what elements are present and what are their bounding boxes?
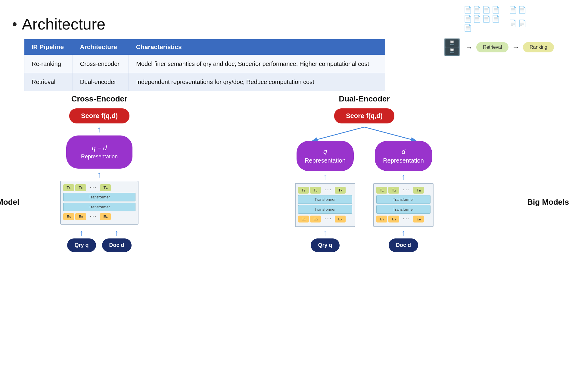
architecture-table: IR Pipeline Architecture Characteristics…	[24, 39, 385, 91]
transformer-bar-q1: Transformer	[298, 195, 352, 204]
doc-icon: 📄	[482, 15, 490, 23]
repr-d-label1: d	[402, 147, 405, 157]
doc-icon: 📄	[509, 20, 517, 32]
score-box-dual: Score f(q,d)	[334, 108, 394, 123]
arrow-input-q: ↑	[323, 229, 327, 237]
arrow-qry: ↑	[79, 229, 84, 237]
score-box-cross: Score f(q,d)	[69, 108, 129, 123]
page: 📄 📄 📄 📄 📄 📄 📄 📄 📄 📄 📄 📄 📄 🗄️ → Ret	[0, 0, 572, 392]
dual-repr-row: q Representation ↑ T₁ T₂ · · · Tₙ Transf	[295, 141, 434, 252]
token-T1-q: T₁	[298, 187, 309, 194]
token-En-d: Eₙ	[413, 216, 424, 222]
token-T1: T₁	[63, 184, 74, 191]
repr-label-line1: q − d	[92, 144, 107, 153]
doc-icons-left: 📄 📄 📄 📄 📄 📄 📄 📄 📄	[464, 6, 500, 32]
transformer-bar-d2: Transformer	[376, 205, 431, 214]
repr-box-q: q Representation	[297, 141, 354, 171]
token-T2-q: T₂	[310, 187, 321, 194]
token-E2-q: E₂	[310, 216, 321, 222]
token-row-E-q: E₁ E₂ · · · Eₙ	[298, 215, 352, 223]
cell-pipeline-1: Retrieval	[24, 73, 73, 91]
token-T2-d: T₂	[388, 187, 399, 194]
token-dots-d: · · ·	[400, 186, 412, 194]
token-T1-d: T₁	[376, 187, 387, 194]
token-T2: T₂	[75, 184, 86, 191]
doc-icon: 📄	[509, 6, 517, 18]
cell-char-1: Independent representations for qry/doc;…	[129, 73, 385, 91]
repr-box-cross: q − d Representation	[66, 135, 132, 169]
token-En: Eₙ	[100, 213, 111, 220]
doc-icon: 📄	[518, 20, 526, 32]
token-dots-ed: · · ·	[400, 215, 412, 223]
input-ovals-cross: ↑ Qry q ↑ Doc d	[67, 229, 131, 252]
col-header-architecture: Architecture	[73, 39, 129, 55]
table-row: Retrieval Dual-encoder Independent repre…	[24, 73, 385, 91]
token-grid-cross: T₁ T₂ · · · Tₙ Transformer Transformer E…	[60, 181, 138, 225]
doc-icon: 📄	[464, 15, 472, 23]
doc-icon: 📄	[464, 6, 472, 14]
doc-icon: 📄	[518, 6, 526, 18]
doc-icon: 📄	[473, 15, 481, 23]
doc-oval-dual: Doc d	[389, 238, 418, 252]
transformer-bar-q2: Transformer	[298, 205, 352, 214]
transformer-bar-d1: Transformer	[376, 195, 431, 204]
token-Tn-q: Tₙ	[335, 187, 346, 194]
database-icon: 🗄️	[442, 38, 462, 56]
token-row-E: E₁ E₂ · · · Eₙ	[63, 213, 135, 220]
col-header-characteristics: Characteristics	[129, 39, 385, 55]
dual-encoder-inner: Score f(q,d)	[169, 108, 560, 252]
token-grid-q: T₁ T₂ · · · Tₙ Transformer Transformer E…	[295, 183, 355, 227]
doc-oval-cross: Doc d	[102, 238, 132, 252]
token-E1: E₁	[63, 213, 74, 220]
token-dots-e: · · ·	[87, 213, 99, 220]
doc-icon: 📄	[492, 6, 500, 14]
qry-oval-dual: Qry q	[311, 238, 339, 252]
token-dots-q: · · ·	[322, 186, 334, 194]
token-Tn: Tₙ	[100, 184, 111, 191]
qry-oval-cross: Qry q	[67, 238, 96, 252]
repr-d-label2: Representation	[383, 156, 424, 165]
page-title: Architecture	[22, 15, 105, 33]
cross-encoder-diagram: Cross-Encoder Big Model Score f(q,d) ↑ q…	[12, 94, 151, 252]
col-header-pipeline: IR Pipeline	[24, 39, 73, 55]
arrow-repr-d: ↑	[401, 173, 406, 181]
repr-label-line2: Representation	[81, 153, 118, 160]
doc-icon: 📄	[492, 15, 500, 23]
retrieval-button: Retrieval	[476, 42, 508, 52]
ranking-button: Ranking	[523, 42, 554, 52]
arrow-input-d: ↑	[401, 229, 406, 237]
token-E2-d: E₂	[388, 216, 399, 222]
svg-line-0	[313, 127, 364, 141]
doc-icon: 📄	[482, 6, 490, 14]
repr-q-label1: q	[323, 147, 327, 157]
transformer-bar-1: Transformer	[63, 193, 135, 201]
arrow-score-repr: ↑	[97, 125, 101, 134]
pipeline-flow: 🗄️ → Retrieval → Ranking	[442, 38, 554, 56]
pipeline-diagram: 📄 📄 📄 📄 📄 📄 📄 📄 📄 📄 📄 📄 📄 🗄️ → Ret	[442, 6, 554, 56]
table-row: Re-ranking Cross-encoder Model finer sem…	[24, 55, 385, 73]
arrow-icon-2: →	[512, 43, 519, 51]
dual-encoder-title: Dual-Encoder	[169, 94, 560, 104]
cell-arch-0: Cross-encoder	[73, 55, 129, 73]
bullet-point: •	[12, 17, 17, 31]
doc-icons-right: 📄 📄 📄 📄	[509, 6, 533, 32]
big-model-label: Big Model	[0, 198, 19, 207]
svg-line-1	[364, 127, 415, 141]
doc-icon: 📄	[464, 24, 472, 32]
q-repr-column: q Representation ↑ T₁ T₂ · · · Tₙ Transf	[295, 141, 355, 252]
doc-input-d: ↑ Doc d	[389, 229, 418, 252]
arrow-icon: →	[465, 43, 473, 51]
doc-icons-row: 📄 📄 📄 📄 📄 📄 📄 📄 📄 📄 📄 📄 📄	[464, 6, 533, 32]
repr-box-d: d Representation	[375, 141, 432, 171]
token-E1-d: E₁	[376, 216, 387, 222]
token-row-T-q: T₁ T₂ · · · Tₙ	[298, 186, 352, 194]
cross-encoder-title: Cross-Encoder	[48, 94, 151, 104]
arrow-repr-q: ↑	[323, 173, 327, 181]
token-Tn-d: Tₙ	[413, 187, 424, 194]
transformer-bar-2: Transformer	[63, 203, 135, 211]
cell-pipeline-0: Re-ranking	[24, 55, 73, 73]
d-repr-column: d Representation ↑ T₁ T₂ · · · Tₙ Transf	[373, 141, 434, 252]
token-row-T: T₁ T₂ · · · Tₙ	[63, 184, 135, 191]
token-En-q: Eₙ	[335, 216, 346, 222]
cell-arch-1: Dual-encoder	[73, 73, 129, 91]
